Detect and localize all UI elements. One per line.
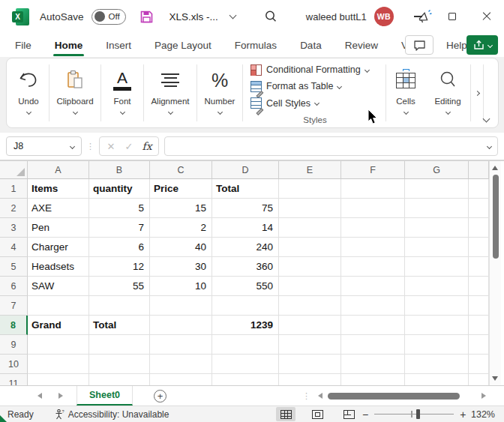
column-header-G[interactable]: G — [405, 161, 469, 179]
cell-B7[interactable] — [89, 296, 150, 316]
close-button[interactable] — [470, 0, 504, 33]
cell-partial-10[interactable] — [469, 355, 489, 374]
scroll-down-icon[interactable] — [492, 376, 498, 381]
cell-D11[interactable] — [212, 374, 279, 385]
cell-G5[interactable] — [405, 257, 469, 277]
ribbon-group-font[interactable]: A Font — [101, 61, 143, 124]
column-header-partial[interactable] — [469, 161, 489, 179]
expand-formula-bar-chevron-icon[interactable] — [487, 143, 492, 148]
cell-G1[interactable] — [405, 179, 469, 199]
cell-D10[interactable] — [212, 355, 279, 374]
collapse-ribbon-chevron-icon[interactable] — [483, 115, 490, 123]
cell-A1[interactable]: Items — [28, 179, 89, 199]
cell-C6[interactable]: 10 — [150, 277, 212, 296]
menu-item-home[interactable]: Home — [53, 36, 85, 55]
select-all-button[interactable] — [0, 161, 28, 179]
cell-C2[interactable]: 15 — [150, 199, 212, 218]
cell-G2[interactable] — [405, 199, 469, 218]
cell-F2[interactable] — [341, 199, 405, 218]
enter-button[interactable]: ✓ — [121, 141, 137, 152]
cell-F8[interactable] — [341, 316, 405, 335]
cell-E2[interactable] — [279, 199, 341, 218]
document-title[interactable]: XLS.xls -... — [170, 11, 218, 22]
cell-E9[interactable] — [279, 335, 341, 355]
cell-E6[interactable] — [279, 277, 341, 296]
vertical-scrollbar-thumb[interactable] — [493, 175, 499, 259]
menu-item-review[interactable]: Review — [344, 36, 380, 55]
row-header-4[interactable]: 4 — [0, 238, 28, 257]
previous-sheet-icon[interactable] — [38, 393, 42, 399]
row-header-2[interactable]: 2 — [0, 199, 28, 218]
column-header-B[interactable]: B — [89, 161, 150, 179]
row-header-8[interactable]: 8 — [0, 316, 28, 335]
ribbon-group-editing[interactable]: Editing — [425, 61, 470, 124]
cell-E7[interactable] — [279, 296, 341, 316]
comments-button[interactable] — [405, 35, 434, 55]
ribbon-group-clipboard[interactable]: Clipboard — [50, 61, 100, 124]
cell-G4[interactable] — [405, 238, 469, 257]
name-box[interactable]: J8 — [6, 136, 82, 156]
cell-E11[interactable] — [279, 374, 341, 385]
cell-A9[interactable] — [28, 335, 89, 355]
cell-partial-7[interactable] — [469, 296, 489, 316]
cell-D4[interactable]: 240 — [212, 238, 279, 257]
cell-F1[interactable] — [341, 179, 405, 199]
cell-C10[interactable] — [150, 355, 212, 374]
cell-A6[interactable]: SAW — [28, 277, 89, 296]
cell-A5[interactable]: Headsets — [28, 257, 89, 277]
cell-C9[interactable] — [150, 335, 212, 355]
cell-C5[interactable]: 30 — [150, 257, 212, 277]
cell-C3[interactable]: 2 — [150, 218, 212, 238]
ribbon-group-alignment[interactable]: Alignment — [144, 61, 196, 124]
accessibility-status[interactable]: ? Accessibility: Unavailable — [55, 409, 170, 420]
ribbon-group-number[interactable]: % Number — [197, 61, 242, 124]
cell-partial-9[interactable] — [469, 335, 489, 355]
row-header-6[interactable]: 6 — [0, 277, 28, 296]
cell-F4[interactable] — [341, 238, 405, 257]
cell-B5[interactable]: 12 — [89, 257, 150, 277]
cell-F9[interactable] — [341, 335, 405, 355]
share-button[interactable] — [466, 35, 498, 55]
cell-F10[interactable] — [341, 355, 405, 374]
cell-B10[interactable] — [89, 355, 150, 374]
formula-input[interactable] — [164, 136, 498, 156]
cell-partial-5[interactable] — [469, 257, 489, 277]
cell-partial-6[interactable] — [469, 277, 489, 296]
zoom-slider[interactable] — [374, 414, 454, 415]
autosave-toggle[interactable]: Off — [92, 9, 126, 25]
scroll-left-icon[interactable] — [318, 393, 322, 399]
cell-G8[interactable] — [405, 316, 469, 335]
cell-B2[interactable]: 5 — [89, 199, 150, 218]
cell-D1[interactable]: Total — [212, 179, 279, 199]
cell-D7[interactable] — [212, 296, 279, 316]
column-header-C[interactable]: C — [150, 161, 212, 179]
format-as-table-button[interactable]: Format as Table — [250, 79, 380, 93]
column-header-F[interactable]: F — [341, 161, 405, 179]
zoom-out-button[interactable]: − — [362, 409, 368, 421]
cell-partial-3[interactable] — [469, 218, 489, 238]
ribbon-more-button[interactable] — [471, 61, 483, 124]
insert-function-button[interactable]: fx — [139, 140, 155, 152]
cell-D2[interactable]: 75 — [212, 199, 279, 218]
cell-partial-1[interactable] — [469, 179, 489, 199]
cell-C8[interactable] — [150, 316, 212, 335]
cell-C1[interactable]: Price — [150, 179, 212, 199]
row-header-10[interactable]: 10 — [0, 355, 28, 374]
row-header-9[interactable]: 9 — [0, 335, 28, 355]
cell-C7[interactable] — [150, 296, 212, 316]
row-header-11[interactable]: 11 — [0, 374, 28, 385]
next-sheet-icon[interactable] — [58, 393, 63, 399]
cell-B8[interactable]: Total — [89, 316, 150, 335]
cell-A8[interactable]: Grand — [28, 316, 89, 335]
page-layout-view-button[interactable] — [308, 407, 327, 421]
cell-F6[interactable] — [341, 277, 405, 296]
row-header-7[interactable]: 7 — [0, 296, 28, 316]
page-break-view-button[interactable] — [339, 407, 358, 421]
cell-A10[interactable] — [28, 355, 89, 374]
normal-view-button[interactable] — [276, 407, 296, 421]
cell-F3[interactable] — [341, 218, 405, 238]
cell-A7[interactable] — [28, 296, 89, 316]
sheet-tab-sheet0[interactable]: Sheet0 — [76, 386, 133, 406]
cell-G6[interactable] — [405, 277, 469, 296]
cell-C11[interactable] — [150, 374, 212, 385]
